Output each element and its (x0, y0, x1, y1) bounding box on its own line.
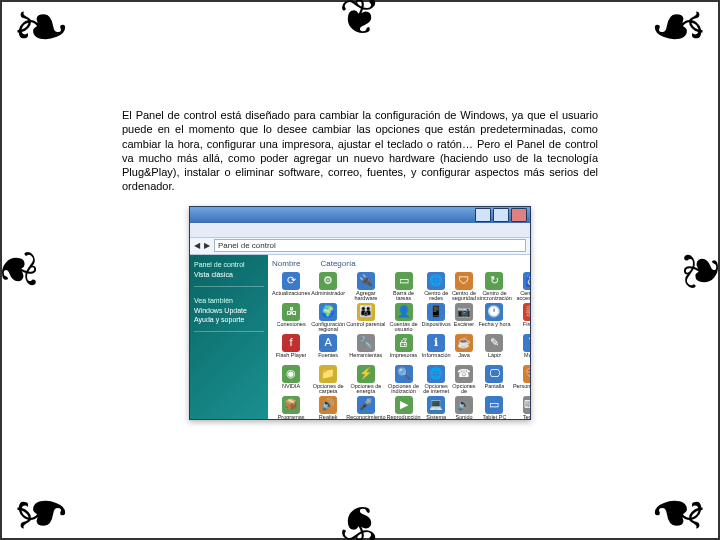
item-label: Barra de tareas (387, 291, 421, 301)
control-panel-item[interactable]: 👪Control parental (346, 303, 385, 332)
control-panel-item[interactable]: 👤Cuentas de usuario (387, 303, 421, 332)
ornament-edge: ❦ (339, 498, 381, 540)
control-panel-item[interactable]: 📦Programas (272, 396, 310, 419)
forward-icon[interactable]: ▶ (204, 241, 210, 250)
control-panel-item[interactable]: ✎Lápiz (477, 334, 512, 363)
control-panel-item[interactable]: 🌍Configuración regional (311, 303, 345, 332)
control-panel-item[interactable]: 📱Dispositivos (422, 303, 451, 332)
item-icon: 🔧 (357, 334, 375, 352)
control-panel-item[interactable]: 🔍Opciones de indización (387, 365, 421, 394)
ornament-corner: ❧ (649, 478, 708, 540)
item-label: Realtek (319, 415, 338, 419)
sidebar-link-update[interactable]: Windows Update (194, 307, 264, 314)
control-panel-item[interactable]: ◉NVIDIA (272, 365, 310, 394)
item-label: Programas (278, 415, 305, 419)
item-label: Impresoras (390, 353, 418, 363)
item-icon: 🎤 (357, 396, 375, 414)
control-panel-item[interactable]: 🔧Herramientas (346, 334, 385, 363)
header-name: Nombre (272, 259, 300, 268)
control-panel-item[interactable]: 📷Escáner (452, 303, 476, 332)
control-panel-item[interactable]: ▭Tablet PC (477, 396, 512, 419)
control-panel-item[interactable]: 🖨Impresoras (387, 334, 421, 363)
minimize-button[interactable] (475, 208, 491, 222)
slide-stage: ❧ ❧ ❧ ❧ ❦ ❦ ❦ ❦ El Panel de control está… (0, 0, 720, 540)
control-panel-item[interactable]: 🌐Opciones de internet (422, 365, 451, 394)
close-button[interactable] (511, 208, 527, 222)
ornament-edge: ❦ (339, 0, 381, 42)
item-label: Reconocimiento de voz (346, 415, 385, 419)
control-panel-item[interactable]: 🎨Personalización (513, 365, 530, 394)
toolbar (190, 223, 530, 238)
control-panel-item[interactable]: ⟳Actualizaciones (272, 272, 310, 301)
address-bar: ◀ ▶ Panel de control (190, 238, 530, 255)
sidebar-section-title: Vea también (194, 297, 264, 304)
item-icon: ✎ (485, 334, 503, 352)
control-panel-item[interactable]: ▭Barra de tareas (387, 272, 421, 301)
item-icon: 🖱 (523, 334, 530, 352)
item-icon: ♿ (523, 272, 530, 290)
item-label: Fuentes (318, 353, 338, 363)
control-panel-item[interactable]: ⌨Teclado (513, 396, 530, 419)
control-panel-item[interactable]: fFlash Player (272, 334, 310, 363)
icon-area: Nombre Categoría ⟳Actualizaciones⚙Admini… (268, 255, 530, 419)
item-icon: ↻ (485, 272, 503, 290)
item-icon: 🎨 (523, 365, 530, 383)
control-panel-item[interactable]: ⚙Administrador (311, 272, 345, 301)
item-icon: ▭ (485, 396, 503, 414)
control-panel-item[interactable]: 💻Sistema (422, 396, 451, 419)
control-panel-item[interactable]: 🛡Centro de seguridad (452, 272, 476, 301)
item-icon: ⟳ (282, 272, 300, 290)
control-panel-item[interactable]: ☕Java (452, 334, 476, 363)
control-panel-item[interactable]: 🖵Pantalla (477, 365, 512, 394)
control-panel-item[interactable]: 🔈Sonido (452, 396, 476, 419)
item-label: Centro de accesibilidad (513, 291, 530, 301)
item-label: Herramientas (349, 353, 382, 363)
control-panel-item[interactable]: ⚡Opciones de energía (346, 365, 385, 394)
control-panel-item[interactable]: 🎤Reconocimiento de voz (346, 396, 385, 419)
control-panel-item[interactable]: 🖱Mouse (513, 334, 530, 363)
item-icon: ☕ (455, 334, 473, 352)
item-icon: 🧱 (523, 303, 530, 321)
control-panel-item[interactable]: ▶Reproducción (387, 396, 421, 419)
control-panel-item[interactable]: 📁Opciones de carpeta (311, 365, 345, 394)
sidebar-section-title: Panel de control (194, 261, 264, 268)
item-icon: A (319, 334, 337, 352)
item-icon: ⚡ (357, 365, 375, 383)
item-label: Centro de seguridad (452, 291, 476, 301)
item-icon: 🖨 (395, 334, 413, 352)
control-panel-screenshot: ◀ ▶ Panel de control Panel de control Vi… (189, 206, 531, 420)
item-label: Información (422, 353, 451, 363)
ornament-corner: ❧ (649, 0, 708, 62)
sidebar-link-help[interactable]: Ayuda y soporte (194, 316, 264, 323)
sidebar-link-classic-view[interactable]: Vista clásica (194, 271, 264, 278)
item-label: Conexiones (277, 322, 306, 332)
control-panel-item[interactable]: 🔌Agregar hardware (346, 272, 385, 301)
control-panel-item[interactable]: ↻Centro de sincronización (477, 272, 512, 301)
control-panel-item[interactable]: ℹInformación (422, 334, 451, 363)
item-label: Java (458, 353, 470, 363)
window-body: Panel de control Vista clásica Vea tambi… (190, 255, 530, 419)
item-label: Teclado (523, 415, 530, 419)
item-icon: 🕐 (485, 303, 503, 321)
item-label: Administrador (311, 291, 345, 301)
control-panel-item[interactable]: 🔊Realtek (311, 396, 345, 419)
control-panel-item[interactable]: 🧱Firewall (513, 303, 530, 332)
maximize-button[interactable] (493, 208, 509, 222)
control-panel-item[interactable]: ☎Opciones de teléfono (452, 365, 476, 394)
breadcrumb[interactable]: Panel de control (214, 239, 526, 252)
control-panel-item[interactable]: 🌐Centro de redes (422, 272, 451, 301)
item-icon: 📷 (455, 303, 473, 321)
ornament-edge: ❦ (0, 249, 43, 291)
control-panel-item[interactable]: AFuentes (311, 334, 345, 363)
item-icon: ℹ (427, 334, 445, 352)
item-label: Configuración regional (311, 322, 345, 332)
ornament-edge: ❦ (677, 249, 720, 291)
control-panel-item[interactable]: 🖧Conexiones (272, 303, 310, 332)
control-panel-item[interactable]: 🕐Fecha y hora (477, 303, 512, 332)
back-icon[interactable]: ◀ (194, 241, 200, 250)
item-label: Lápiz (488, 353, 501, 363)
item-icon: 📱 (427, 303, 445, 321)
item-icon: 🌐 (427, 272, 445, 290)
item-label: Sistema (426, 415, 446, 419)
control-panel-item[interactable]: ♿Centro de accesibilidad (513, 272, 530, 301)
